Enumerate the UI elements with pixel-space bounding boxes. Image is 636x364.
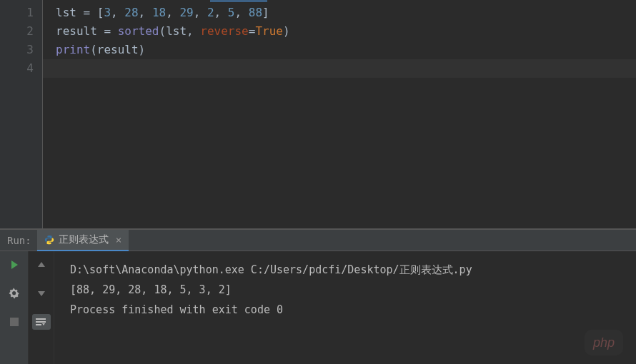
code-line[interactable]: print(result) [56,41,636,59]
console-output[interactable]: D:\soft\Anaconda\python.exe C:/Users/pdc… [54,251,636,364]
gutter: 1 2 3 4 [0,0,43,228]
run-tab-title: 正则表达式 [59,233,109,246]
run-panel: Run: 正则表达式 × [0,230,636,364]
console-line: D:\soft\Anaconda\python.exe C:/Users/pdc… [70,260,636,280]
selection-marker [210,0,267,2]
code-line[interactable]: lst = [3, 28, 18, 29, 2, 5, 88] [56,4,636,22]
editor-pane: 1 2 3 4 lst = [3, 28, 18, 29, 2, 5, 88] … [0,0,636,228]
current-line-highlight [43,59,636,78]
soft-wrap-button[interactable] [32,314,51,330]
line-number: 2 [0,22,34,41]
run-tab-bar: Run: 正则表达式 × [0,230,636,251]
svg-rect-0 [10,318,19,326]
run-tab[interactable]: 正则表达式 × [37,230,129,251]
run-body: D:\soft\Anaconda\python.exe C:/Users/pdc… [0,251,636,364]
scroll-up-button[interactable] [34,257,49,273]
code-line[interactable]: result = sorted(lst, reverse=True) [56,22,636,41]
run-toolbar-primary [0,251,29,364]
python-icon [44,235,54,245]
run-toolbar-secondary [29,251,54,364]
close-icon[interactable]: × [116,234,121,246]
svg-rect-2 [36,321,46,323]
svg-rect-3 [36,324,41,325]
console-line: Process finished with exit code 0 [70,300,636,320]
console-line: [88, 29, 28, 18, 5, 3, 2] [70,280,636,300]
line-number: 4 [0,59,34,78]
stop-button[interactable] [6,314,22,330]
code-area[interactable]: lst = [3, 28, 18, 29, 2, 5, 88] result =… [43,0,636,228]
svg-rect-1 [36,318,46,320]
line-number: 3 [0,41,34,59]
rerun-button[interactable] [6,257,22,273]
line-number: 1 [0,4,34,22]
watermark: php [585,330,623,355]
scroll-down-button[interactable] [34,285,49,301]
run-label: Run: [7,235,37,246]
settings-button[interactable] [6,285,22,301]
